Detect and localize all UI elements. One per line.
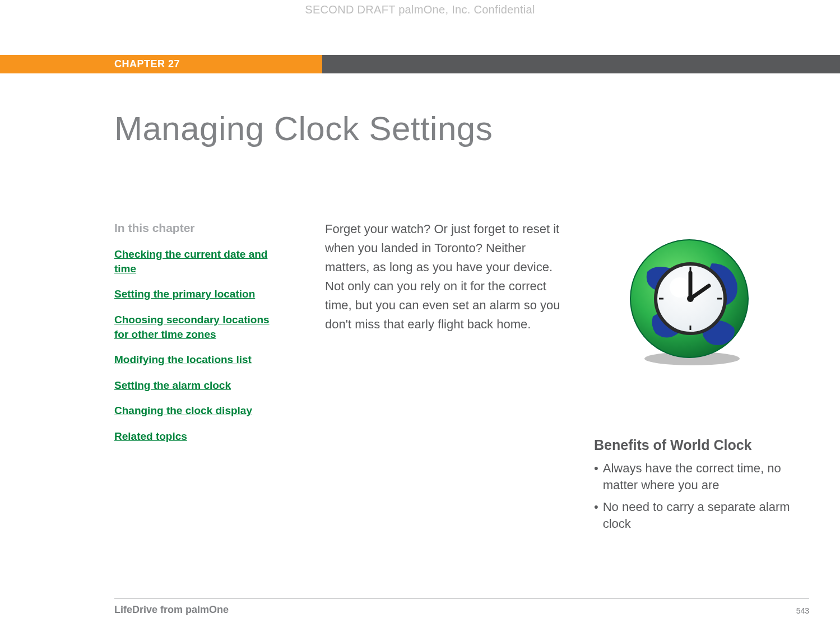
toc-link-modifying-locations[interactable]: Modifying the locations list [114, 352, 271, 367]
toc-link-clock-display[interactable]: Changing the clock display [114, 403, 271, 418]
toc-heading: In this chapter [114, 221, 271, 235]
footer-divider [114, 598, 809, 598]
footer-product-name: LifeDrive from palmOne [114, 604, 229, 616]
toc-link-secondary-locations[interactable]: Choosing secondary locations for other t… [114, 313, 271, 341]
benefit-item: • No need to carry a separate alarm cloc… [594, 499, 818, 532]
benefit-text: No need to carry a separate alarm clock [603, 499, 818, 532]
benefit-text: Always have the correct time, no matter … [603, 460, 818, 493]
toc-link-related-topics[interactable]: Related topics [114, 429, 271, 444]
chapter-tab: CHAPTER 27 [0, 55, 322, 73]
svg-point-3 [670, 277, 690, 298]
watermark-text: SECOND DRAFT palmOne, Inc. Confidential [0, 3, 840, 16]
benefits-section: Benefits of World Clock • Always have th… [594, 437, 818, 538]
chapter-bar: CHAPTER 27 [0, 55, 840, 73]
toc-link-alarm-clock[interactable]: Setting the alarm clock [114, 378, 271, 393]
intro-paragraph: Forget your watch? Or just forget to res… [325, 220, 566, 335]
page-title: Managing Clock Settings [114, 109, 493, 148]
toc-sidebar: In this chapter Checking the current dat… [114, 221, 271, 455]
benefits-title: Benefits of World Clock [594, 437, 818, 453]
footer-page-number: 543 [796, 606, 809, 615]
chapter-label: CHAPTER 27 [114, 58, 180, 70]
toc-link-checking-date-time[interactable]: Checking the current date and time [114, 247, 271, 276]
benefit-item: • Always have the correct time, no matte… [594, 460, 818, 493]
toc-link-primary-location[interactable]: Setting the primary location [114, 287, 271, 301]
world-clock-icon [622, 233, 757, 367]
bullet-icon: • [594, 460, 598, 493]
bullet-icon: • [594, 499, 598, 532]
svg-point-10 [687, 295, 694, 302]
